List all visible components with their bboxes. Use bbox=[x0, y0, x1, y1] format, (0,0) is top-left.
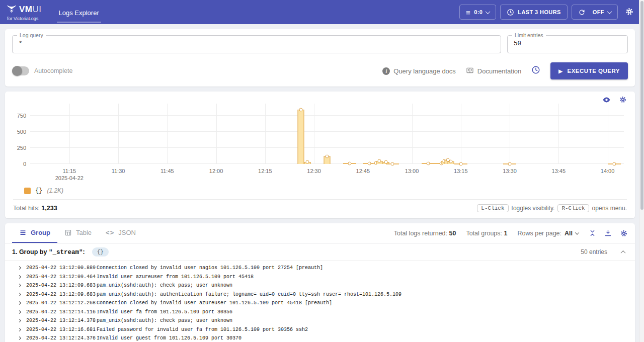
collapse-all-icon[interactable] bbox=[589, 229, 596, 237]
chart-point-marker[interactable] bbox=[326, 155, 329, 158]
log-row[interactable]: 2025-04-22 13:12:09.683pam_unix(sshd:aut… bbox=[5, 290, 635, 299]
legend-hint: L-Click toggles visibility. R-Click open… bbox=[477, 204, 627, 212]
chart-point-marker[interactable] bbox=[368, 162, 371, 165]
chart-point-marker[interactable] bbox=[426, 162, 430, 165]
chart-point-marker[interactable] bbox=[390, 162, 394, 165]
log-row[interactable]: 2025-04-22 13:12:14.378pam_unix(sshd:aut… bbox=[5, 316, 635, 325]
x-gridline bbox=[558, 104, 559, 164]
x-axis-tick-label: 11:45 bbox=[160, 167, 174, 175]
log-row[interactable]: 2025-04-22 13:12:00.889Connection closed… bbox=[5, 264, 635, 273]
global-settings-button[interactable] bbox=[622, 7, 637, 18]
chart-point-marker[interactable] bbox=[449, 159, 453, 163]
tab-table[interactable]: Table bbox=[57, 223, 99, 243]
chevron-right-icon[interactable] bbox=[18, 310, 21, 314]
refresh-icon[interactable] bbox=[578, 9, 586, 16]
chevron-right-icon[interactable] bbox=[18, 275, 21, 279]
chart-point-marker[interactable] bbox=[612, 162, 616, 165]
chart-point-marker[interactable] bbox=[459, 162, 462, 165]
log-message: Invalid user azureuser from 101.126.5.10… bbox=[97, 274, 254, 280]
log-row[interactable]: 2025-04-22 13:12:24.376Invalid user gues… bbox=[5, 334, 635, 342]
clock-icon bbox=[507, 9, 514, 16]
log-row[interactable]: 2025-04-22 13:12:16.681Failed password f… bbox=[5, 325, 635, 334]
chart-point-marker[interactable] bbox=[508, 162, 512, 165]
x-axis-tick-label: 11:30 bbox=[112, 167, 125, 175]
chevron-down-icon bbox=[575, 230, 579, 234]
group-stream-chip[interactable]: {} bbox=[92, 247, 109, 256]
x-axis-tick-label: 13:30 bbox=[503, 167, 517, 175]
execute-query-button[interactable]: ▶ EXECUTE QUERY bbox=[550, 62, 628, 79]
x-axis-tick-label: 13:00 bbox=[405, 167, 419, 175]
documentation-link[interactable]: Documentation bbox=[466, 66, 521, 76]
total-groups: Total groups: 1 bbox=[466, 230, 507, 237]
log-query-field[interactable]: Log query * bbox=[12, 35, 501, 53]
chevron-right-icon[interactable] bbox=[18, 301, 21, 305]
chevron-right-icon[interactable] bbox=[18, 266, 21, 270]
eye-icon[interactable] bbox=[602, 96, 611, 104]
x-gridline bbox=[69, 104, 70, 164]
chevron-up-icon[interactable] bbox=[621, 250, 626, 255]
query-language-docs-link[interactable]: i Query language docs bbox=[382, 67, 456, 75]
time-range-selector[interactable]: LAST 3 HOURS bbox=[500, 5, 567, 20]
log-timestamp: 2025-04-22 13:12:14.378 bbox=[26, 318, 97, 323]
chart-legend[interactable]: {} (1.2K) bbox=[13, 187, 627, 194]
download-icon[interactable] bbox=[604, 229, 612, 237]
chevron-down-icon bbox=[607, 9, 612, 14]
log-message: pam_unix(sshd:auth): authentication fail… bbox=[97, 292, 401, 297]
log-row[interactable]: 2025-04-22 13:12:14.116Invalid user fa f… bbox=[5, 308, 635, 317]
list-icon bbox=[19, 229, 27, 236]
chart-point-marker[interactable] bbox=[306, 160, 309, 164]
y-axis-tick-label: 750 bbox=[17, 113, 26, 119]
log-query-input[interactable]: * bbox=[19, 40, 495, 47]
tenant-icon: ≡ bbox=[466, 9, 470, 16]
limit-entries-input[interactable]: 50 bbox=[514, 40, 621, 47]
chart-point-marker[interactable] bbox=[348, 162, 352, 165]
query-history-button[interactable] bbox=[531, 65, 540, 76]
log-row[interactable]: 2025-04-22 13:12:09.464Invalid user azur… bbox=[5, 273, 635, 282]
log-message: pam_unix(sshd:auth): check pass; user un… bbox=[97, 318, 232, 323]
hits-bar-chart[interactable]: 025050075011:152025-04-2211:3011:4512:00… bbox=[13, 103, 627, 182]
tab-group[interactable]: Group bbox=[12, 223, 57, 243]
log-message: Connection closed by invalid user nagios… bbox=[97, 265, 323, 271]
limit-entries-field[interactable]: Limit entries 50 bbox=[507, 35, 628, 53]
vmui-logo[interactable]: VMUI for VictoriaLogs bbox=[6, 3, 42, 21]
y-gridline bbox=[30, 147, 624, 148]
log-message: Invalid user fa from 101.126.5.109 port … bbox=[97, 309, 232, 315]
x-gridline bbox=[412, 104, 413, 164]
time-range-value: LAST 3 HOURS bbox=[518, 9, 560, 15]
x-gridline bbox=[167, 104, 168, 164]
app-subtitle: for VictoriaLogs bbox=[6, 17, 42, 21]
scrollbar-thumb[interactable] bbox=[640, 1, 643, 210]
chevron-right-icon[interactable] bbox=[18, 328, 21, 331]
results-settings-gear-icon[interactable] bbox=[620, 229, 628, 237]
rows-per-page-selector[interactable]: Rows per page: All bbox=[517, 230, 579, 237]
x-axis-tick-label: 12:30 bbox=[307, 167, 321, 175]
log-timestamp: 2025-04-22 13:12:09.683 bbox=[26, 292, 97, 297]
limit-entries-label: Limit entries bbox=[512, 32, 546, 38]
chevron-right-icon[interactable] bbox=[18, 293, 21, 296]
tab-group-label: Group bbox=[31, 229, 50, 236]
chart-bar[interactable] bbox=[298, 110, 304, 164]
tab-logs-explorer[interactable]: Logs Explorer bbox=[57, 2, 101, 23]
log-timestamp: 2025-04-22 13:12:12.268 bbox=[26, 300, 97, 306]
log-message: pam_unix(sshd:auth): check pass; user un… bbox=[97, 283, 232, 288]
tenant-selector[interactable]: ≡ 0:0 bbox=[459, 5, 496, 20]
chevron-right-icon[interactable] bbox=[18, 284, 21, 287]
tab-json[interactable]: <> JSON bbox=[99, 223, 143, 243]
x-axis-tick-label: 12:45 bbox=[356, 167, 370, 175]
log-row[interactable]: 2025-04-22 13:12:09.683pam_unix(sshd:aut… bbox=[5, 281, 635, 290]
chevron-right-icon[interactable] bbox=[18, 336, 21, 340]
x-gridline bbox=[314, 104, 314, 164]
toggle-knob bbox=[12, 66, 22, 76]
r-click-text: opens menu. bbox=[592, 205, 627, 212]
vertical-scrollbar[interactable] bbox=[639, 0, 644, 342]
chart-settings-gear-icon[interactable] bbox=[619, 96, 627, 104]
chart-point-marker[interactable] bbox=[299, 108, 303, 111]
autorefresh-selector[interactable]: OFF bbox=[593, 9, 611, 15]
chevron-right-icon[interactable] bbox=[18, 319, 21, 322]
chart-point-marker[interactable] bbox=[377, 159, 381, 163]
log-timestamp: 2025-04-22 13:12:09.464 bbox=[26, 274, 97, 280]
x-axis-tick-label: 13:15 bbox=[454, 167, 468, 175]
x-gridline bbox=[461, 104, 461, 164]
log-row[interactable]: 2025-04-22 13:12:12.268Connection closed… bbox=[5, 299, 635, 308]
autocomplete-toggle[interactable] bbox=[12, 66, 29, 75]
